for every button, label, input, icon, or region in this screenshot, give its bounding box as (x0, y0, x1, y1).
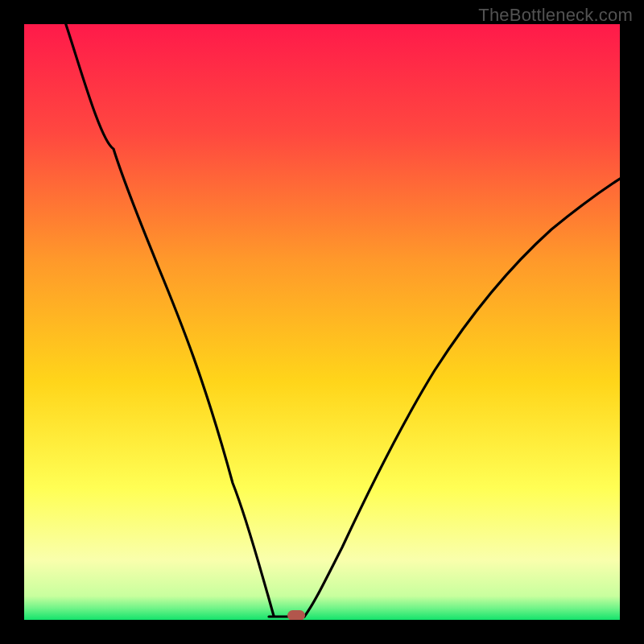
valley-marker (287, 610, 305, 620)
chart-frame: TheBottleneck.com (0, 0, 644, 644)
plot-area (24, 24, 620, 620)
watermark-text: TheBottleneck.com (478, 5, 633, 26)
plot-svg (24, 24, 620, 620)
gradient-background (24, 24, 620, 620)
